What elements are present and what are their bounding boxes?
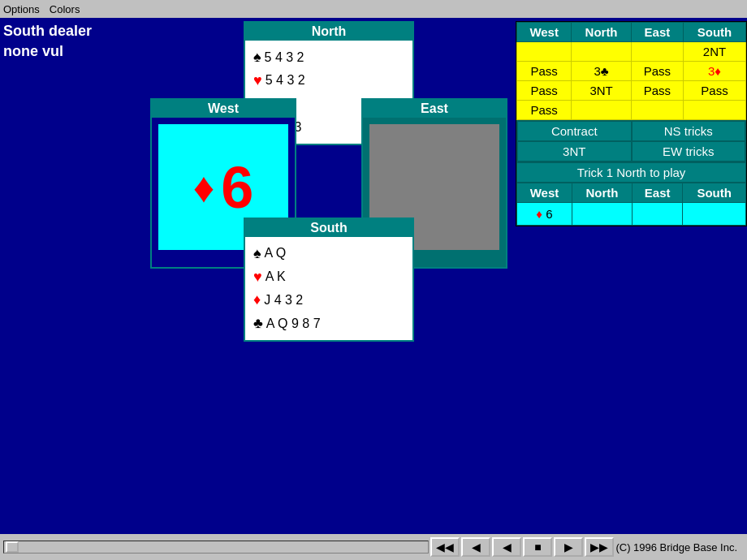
bid-col-east: East — [631, 23, 683, 42]
copyright: (C) 1996 Bridge Base Inc. — [615, 541, 744, 554]
spade-icon: ♠ — [253, 45, 261, 69]
menu-colors[interactable]: Colors — [50, 3, 80, 15]
contract-label: Contract — [517, 121, 632, 141]
bid-row-4: Pass — [517, 101, 746, 120]
bid-e2: Pass — [631, 62, 683, 81]
trick-south-card — [683, 203, 746, 226]
east-label: East — [363, 100, 506, 118]
bidding-table: West North East South 2NT Pass 3♣ Pass — [516, 22, 746, 120]
trick-col-south: South — [683, 183, 746, 203]
bottom-toolbar: ◀◀ ◀ ◀ ■ ▶ ▶▶ (C) 1996 Bridge Base Inc. — [0, 534, 747, 560]
bid-col-south: South — [684, 23, 746, 42]
ns-tricks-label: NS tricks — [632, 121, 746, 141]
club-icon-s: ♣ — [253, 312, 263, 335]
north-hearts: ♥ 5 4 3 2 — [253, 69, 404, 93]
south-hearts: ♥ A K — [253, 265, 404, 289]
west-diamond-icon: ♦ — [193, 163, 215, 212]
south-clubs: ♣ A Q 9 8 7 — [253, 312, 404, 335]
menu-bar: Options Colors — [0, 0, 747, 18]
right-panel: West North East South 2NT Pass 3♣ Pass — [516, 21, 747, 226]
bid-row-2: Pass 3♣ Pass 3♦ — [517, 62, 746, 81]
bid-e3: Pass — [631, 81, 683, 101]
scroll-thumb[interactable] — [6, 541, 19, 553]
info-panel: South dealer none vul — [3, 21, 92, 62]
heart-icon: ♥ — [253, 69, 262, 93]
scrollbar[interactable] — [3, 541, 429, 554]
north-spades: ♠ 5 4 3 2 — [253, 45, 404, 69]
north-spades-value: 5 4 3 2 — [265, 47, 304, 68]
table-area: North ♠ 5 4 3 2 ♥ 5 4 3 2 ♦ AQ ♣ J 10 3 — [150, 21, 507, 342]
trick-row-1: ♦ 6 — [517, 203, 746, 226]
south-cards: ♠ A Q ♥ A K ♦ J 4 3 2 ♣ A Q 9 8 7 — [245, 237, 412, 340]
south-hand: South ♠ A Q ♥ A K ♦ J 4 3 2 ♣ A Q 9 8 7 — [244, 218, 414, 342]
west-label: West — [152, 100, 295, 118]
bid-s3: Pass — [684, 81, 746, 101]
bid-row-1: 2NT — [517, 42, 746, 62]
trick-info: Trick 1 North to play — [516, 162, 746, 183]
bid-col-west: West — [517, 23, 572, 42]
spade-icon-s: ♠ — [253, 242, 261, 265]
trick-col-west: West — [517, 183, 572, 203]
bid-e1 — [631, 42, 683, 62]
contract-value: 3NT — [517, 141, 632, 162]
vul-info: none vul — [3, 41, 92, 62]
btn-back2[interactable]: ◀ — [492, 537, 521, 557]
north-label: North — [245, 23, 412, 41]
dealer-info: South dealer — [3, 21, 92, 41]
btn-fast-forward[interactable]: ▶▶ — [585, 537, 614, 557]
contract-area: Contract NS tricks 3NT EW tricks — [516, 120, 746, 162]
ew-tricks-label: EW tricks — [632, 141, 746, 162]
game-area: South dealer none vul North ♠ 5 4 3 2 ♥ … — [0, 18, 747, 560]
bid-n1 — [572, 42, 631, 62]
bid-e4 — [631, 101, 683, 120]
trick-col-east: East — [632, 183, 682, 203]
btn-back[interactable]: ◀ — [461, 537, 490, 557]
trick-west-card: ♦ 6 — [517, 203, 572, 226]
bid-w2: Pass — [517, 62, 572, 81]
south-clubs-value: A Q 9 8 7 — [266, 313, 321, 334]
west-card-value: 6 — [221, 154, 253, 221]
bid-n3: 3NT — [572, 81, 631, 101]
south-label: South — [245, 219, 412, 237]
south-hearts-value: A K — [266, 266, 286, 287]
bid-w4: Pass — [517, 101, 572, 120]
trick-col-north: North — [572, 183, 632, 203]
bid-s1: 2NT — [684, 42, 746, 62]
trick-east-card — [632, 203, 682, 226]
south-spades: ♠ A Q — [253, 242, 404, 265]
bid-col-north: North — [572, 23, 631, 42]
south-diamonds: ♦ J 4 3 2 — [253, 288, 404, 312]
south-diamonds-value: J 4 3 2 — [264, 290, 303, 311]
bid-row-3: Pass 3NT Pass Pass — [517, 81, 746, 101]
menu-options[interactable]: Options — [3, 3, 40, 15]
bid-s4 — [684, 101, 746, 120]
bid-w1 — [517, 42, 572, 62]
btn-stop[interactable]: ■ — [523, 537, 552, 557]
btn-rewind[interactable]: ◀◀ — [430, 537, 460, 557]
south-spades-value: A Q — [265, 243, 287, 264]
diamond-icon-s: ♦ — [253, 288, 261, 312]
trick-table: West North East South ♦ 6 — [516, 183, 746, 226]
bid-s2: 3♦ — [684, 62, 746, 81]
trick-north-card — [572, 203, 632, 226]
bid-n4 — [572, 101, 631, 120]
bid-w3: Pass — [517, 81, 572, 101]
bid-n2: 3♣ — [572, 62, 631, 81]
heart-icon-s: ♥ — [253, 265, 262, 289]
btn-play[interactable]: ▶ — [554, 537, 583, 557]
north-hearts-value: 5 4 3 2 — [266, 70, 305, 91]
